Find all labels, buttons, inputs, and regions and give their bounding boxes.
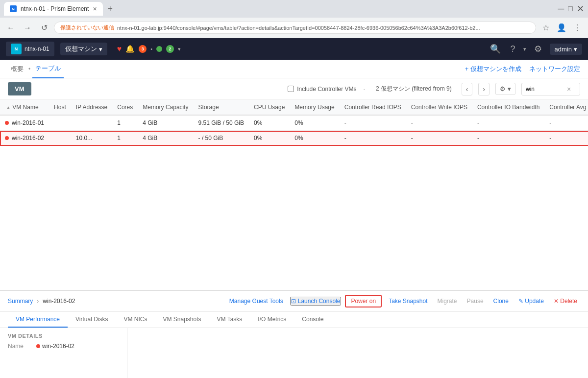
help-button[interactable]: ? bbox=[509, 42, 517, 56]
manage-guest-tools-button[interactable]: Manage Guest Tools bbox=[226, 297, 286, 306]
tab-vm-tasks[interactable]: VM Tasks bbox=[209, 312, 250, 328]
col-cpu-usage[interactable]: CPU Usage bbox=[249, 100, 290, 115]
tab-virtual-disks[interactable]: Virtual Disks bbox=[68, 312, 116, 328]
include-vms-label: Include Controller VMs bbox=[297, 86, 356, 93]
vm-cores: 1 bbox=[112, 115, 138, 131]
tab-close-button[interactable]: × bbox=[93, 5, 97, 13]
prev-page-button[interactable]: ‹ bbox=[462, 83, 473, 95]
vm-ctrl-latency: - bbox=[544, 115, 588, 131]
dot-sep: · bbox=[364, 86, 365, 93]
table-tab[interactable]: テーブル bbox=[32, 60, 64, 78]
settings-button[interactable]: ⚙ bbox=[532, 42, 544, 56]
forward-button[interactable]: → bbox=[21, 21, 34, 35]
col-memory-usage[interactable]: Memory Usage bbox=[290, 100, 339, 115]
vm-name-cell[interactable]: win-2016-01 bbox=[0, 115, 49, 131]
new-tab-button[interactable]: + bbox=[105, 4, 116, 14]
profile-button[interactable]: 👤 bbox=[555, 21, 568, 35]
sort-arrow: ▲ bbox=[6, 105, 11, 110]
col-ctrl-read[interactable]: Controller Read IOPS bbox=[340, 100, 406, 115]
alert-badge: 3 bbox=[139, 45, 147, 53]
table-header-row: ▲ VM Name Host IP Addresse Cores Memory … bbox=[0, 100, 588, 115]
column-settings-button[interactable]: ⚙ ▾ bbox=[495, 83, 515, 95]
vm-menu-label: 仮想マシン bbox=[65, 45, 97, 53]
col-ctrl-write[interactable]: Controller Write IOPS bbox=[406, 100, 472, 115]
table-row[interactable]: win-2016-02 10.0... 1 4 GiB - / 50 GiB 0… bbox=[0, 131, 588, 146]
vm-ctrl-latency: - bbox=[544, 131, 588, 146]
vm-cores: 1 bbox=[112, 131, 138, 146]
vm-count: 2 仮想マシン (filtered from 9) bbox=[376, 85, 452, 93]
bookmark-button[interactable]: ☆ bbox=[539, 21, 553, 35]
vm-name-cell[interactable]: win-2016-02 bbox=[0, 131, 49, 146]
help-chevron[interactable]: ▾ bbox=[523, 46, 526, 52]
delete-button[interactable]: ✕ Delete bbox=[551, 297, 580, 306]
address-bar[interactable]: 保護されていない通信 ntnx-n-01.go-lab.jp:9440/cons… bbox=[54, 22, 536, 34]
vm-cpu-usage: 0% bbox=[249, 115, 290, 131]
create-vm-button[interactable]: + 仮想マシンを作成 bbox=[465, 65, 521, 73]
tab-vm-nics[interactable]: VM NICs bbox=[116, 312, 155, 328]
maximize-button[interactable]: □ bbox=[568, 4, 573, 13]
vm-menu[interactable]: 仮想マシン ▾ bbox=[60, 43, 107, 55]
minimize-button[interactable]: ─ bbox=[558, 4, 564, 14]
health-circle[interactable] bbox=[156, 46, 162, 52]
breadcrumb-summary[interactable]: Summary bbox=[8, 298, 33, 305]
admin-menu[interactable]: admin ▾ bbox=[550, 44, 582, 55]
browser-favicon: N bbox=[10, 5, 17, 12]
col-cores[interactable]: Cores bbox=[112, 100, 138, 115]
security-warning: 保護されていない通信 bbox=[60, 24, 114, 31]
col-ctrl-avg-io[interactable]: Controller Avg IO Latency bbox=[544, 100, 588, 115]
col-storage[interactable]: Storage bbox=[194, 100, 249, 115]
vm-badge: VM bbox=[8, 82, 31, 95]
col-ctrl-io-bw[interactable]: Controller IO Bandwidth bbox=[472, 100, 544, 115]
health-icon[interactable]: ♥ bbox=[117, 45, 122, 53]
vm-mem-usage: 0% bbox=[290, 131, 339, 146]
back-button[interactable]: ← bbox=[4, 21, 18, 35]
tab-io-metrics[interactable]: I/O Metrics bbox=[250, 312, 294, 328]
vm-storage: 9.51 GiB / 50 GiB bbox=[194, 115, 249, 131]
launch-console-button[interactable]: ⊡ Launch Console bbox=[290, 297, 342, 306]
breadcrumb-vm-name: win-2016-02 bbox=[43, 298, 75, 305]
tab-vm-snapshots[interactable]: VM Snapshots bbox=[155, 312, 209, 328]
launch-console-icon: ⊡ bbox=[291, 298, 296, 305]
status-chevron[interactable]: ▾ bbox=[178, 46, 181, 52]
tab-vm-performance[interactable]: VM Performance bbox=[8, 312, 68, 328]
alert-icon[interactable]: 🔔 bbox=[125, 45, 135, 53]
bottom-panel: Summary › win-2016-02 Manage Guest Tools… bbox=[0, 290, 588, 378]
bottom-content: VM DETAILS Name win-2016-02 bbox=[0, 328, 588, 378]
vm-details-title: VM DETAILS bbox=[8, 333, 119, 339]
tab-console[interactable]: Console bbox=[294, 312, 331, 328]
table-row[interactable]: win-2016-01 1 4 GiB 9.51 GiB / 50 GiB 0%… bbox=[0, 115, 588, 131]
search-input[interactable] bbox=[526, 86, 565, 93]
network-settings-button[interactable]: ネットワーク設定 bbox=[529, 65, 580, 73]
brand-logo[interactable]: N ntnx-n-01 bbox=[6, 42, 54, 56]
overview-tab[interactable]: 概要 bbox=[8, 65, 26, 73]
vm-status-dot bbox=[5, 136, 9, 140]
subnav-actions: + 仮想マシンを作成 ネットワーク設定 bbox=[465, 65, 580, 73]
vm-ctrl-bw: - bbox=[472, 131, 544, 146]
reload-button[interactable]: ↺ bbox=[37, 21, 51, 35]
search-box[interactable]: × bbox=[521, 83, 580, 95]
include-vms-checkbox[interactable] bbox=[288, 86, 294, 92]
update-button[interactable]: ✎ Update bbox=[515, 297, 547, 306]
search-clear-button[interactable]: × bbox=[567, 85, 571, 93]
next-page-button[interactable]: › bbox=[478, 83, 490, 95]
col-host[interactable]: Host bbox=[49, 100, 71, 115]
sub-navigation: 概要 • テーブル + 仮想マシンを作成 ネットワーク設定 bbox=[0, 60, 588, 78]
vm-ctrl-bw: - bbox=[472, 115, 544, 131]
close-button[interactable]: ✕ bbox=[577, 3, 584, 14]
browser-tab[interactable]: N ntnx-n-01 - Prism Element × bbox=[4, 2, 103, 16]
power-on-button[interactable]: Power on bbox=[345, 295, 382, 307]
vm-table-container: ▲ VM Name Host IP Addresse Cores Memory … bbox=[0, 100, 588, 290]
browser-nav-icons: ☆ 👤 ⋮ bbox=[539, 21, 584, 35]
vm-table: ▲ VM Name Host IP Addresse Cores Memory … bbox=[0, 100, 588, 146]
app-container: N ntnx-n-01 仮想マシン ▾ ♥ 🔔 3 • 2 ▾ 🔍 ? ▾ ⚙ … bbox=[0, 38, 588, 378]
col-vm-name[interactable]: ▲ VM Name bbox=[0, 100, 49, 115]
col-ip[interactable]: IP Addresse bbox=[71, 100, 113, 115]
col-memory[interactable]: Memory Capacity bbox=[138, 100, 193, 115]
search-button[interactable]: 🔍 bbox=[488, 42, 503, 56]
vm-memory: 4 GiB bbox=[138, 115, 193, 131]
include-controller-vms: Include Controller VMs bbox=[288, 86, 356, 93]
clone-button[interactable]: Clone bbox=[490, 297, 512, 306]
extensions-button[interactable]: ⋮ bbox=[570, 21, 584, 35]
take-snapshot-button[interactable]: Take Snapshot bbox=[386, 297, 430, 306]
breadcrumb-sep: • bbox=[28, 66, 30, 72]
